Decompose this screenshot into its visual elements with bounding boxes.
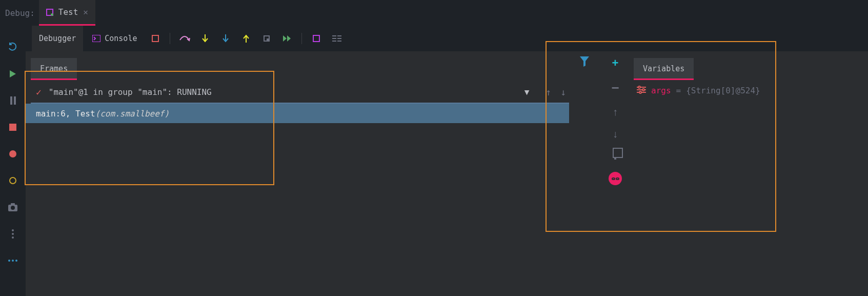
variable-name: args: [651, 86, 671, 95]
tab-debugger[interactable]: Debugger: [32, 26, 83, 51]
trace-button[interactable]: [329, 30, 345, 47]
variables-tab[interactable]: Variables: [634, 58, 694, 80]
close-icon[interactable]: ✕: [83, 7, 88, 17]
debug-left-toolbar: [0, 26, 26, 296]
variable-value: {String[0]@524}: [686, 86, 760, 95]
tab-debugger-label: Debugger: [39, 34, 76, 43]
show-watches-button[interactable]: [609, 172, 622, 185]
move-down-button[interactable]: ↓: [613, 128, 618, 140]
move-up-button[interactable]: ↑: [613, 106, 618, 118]
svg-point-21: [642, 89, 644, 91]
thread-selector[interactable]: ✓ "main"@1 in group "main": RUNNING ▼ ↑ …: [26, 80, 569, 104]
rerun-button[interactable]: [7, 41, 19, 53]
frames-panel: Frames ✓ "main"@1 in group "main": RUNNI…: [26, 51, 569, 296]
debug-toolbar: Debugger Console: [26, 26, 868, 51]
dropdown-icon[interactable]: ▼: [524, 87, 530, 97]
show-exec-point-button[interactable]: [147, 30, 164, 47]
svg-marker-16: [580, 56, 589, 67]
thread-name: "main"@1 in group "main": RUNNING: [49, 87, 212, 97]
force-step-into-button[interactable]: [217, 30, 234, 47]
step-out-button[interactable]: [238, 30, 254, 47]
resume-button[interactable]: [7, 68, 19, 80]
tool-window-header: Debug: Test ✕: [0, 0, 868, 26]
new-watch-button[interactable]: +: [612, 56, 619, 70]
separator: [301, 33, 302, 44]
svg-point-3: [11, 206, 15, 210]
filter-icon[interactable]: [580, 56, 589, 70]
thread-dump-button[interactable]: [7, 201, 19, 213]
variables-title: Variables: [643, 64, 684, 73]
variable-icon: [637, 85, 646, 96]
svg-point-22: [639, 91, 641, 93]
pause-button[interactable]: [7, 94, 19, 107]
svg-marker-9: [287, 35, 291, 42]
debug-label: Debug:: [5, 8, 39, 18]
step-over-button[interactable]: [176, 30, 193, 47]
check-icon: ✓: [36, 87, 42, 97]
frame-label: main:6, Test: [36, 109, 95, 119]
mute-breakpoints-button[interactable]: [7, 174, 19, 187]
evaluate-button[interactable]: [308, 30, 325, 47]
svg-rect-4: [92, 35, 100, 42]
variable-row[interactable]: args = {String[0]@524}: [631, 80, 868, 96]
stack-frame-row[interactable]: main:6, Test (com.smallbeef): [26, 104, 569, 123]
variables-toolbar: + − ↑ ↓: [600, 51, 631, 296]
stop-button[interactable]: [7, 121, 19, 133]
svg-point-20: [638, 86, 640, 88]
variable-eq: =: [676, 86, 681, 95]
settings-button[interactable]: [7, 228, 19, 240]
svg-rect-2: [11, 203, 15, 205]
run-config-icon: [46, 9, 53, 16]
run-to-cursor-button[interactable]: [279, 30, 295, 47]
tab-console[interactable]: Console: [85, 26, 144, 51]
more-button[interactable]: [7, 254, 19, 267]
frames-title: Frames: [40, 64, 68, 73]
svg-marker-0: [10, 70, 16, 77]
console-icon: [92, 35, 100, 42]
view-breakpoints-button[interactable]: [7, 148, 19, 160]
run-config-tab[interactable]: Test ✕: [39, 0, 95, 26]
frames-side-toolbar: [569, 51, 600, 296]
run-config-title: Test: [58, 7, 78, 17]
drop-frame-button[interactable]: [258, 30, 275, 47]
tab-console-label: Console: [105, 34, 137, 43]
svg-marker-8: [283, 35, 287, 42]
variables-panel: + − ↑ ↓ Variables: [569, 51, 868, 296]
divider: [31, 103, 569, 104]
frames-tab[interactable]: Frames: [31, 58, 77, 80]
separator: [170, 33, 170, 44]
step-into-button[interactable]: [197, 30, 213, 47]
prev-frame-button[interactable]: ↑: [546, 87, 551, 97]
remove-watch-button[interactable]: −: [611, 80, 619, 96]
next-frame-button[interactable]: ↓: [560, 87, 566, 97]
frame-package: (com.smallbeef): [95, 109, 170, 119]
duplicate-watch-button[interactable]: [614, 150, 616, 159]
